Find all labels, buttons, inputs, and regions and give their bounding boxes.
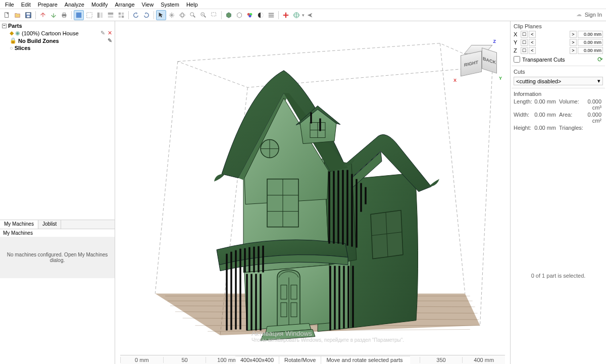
view-mode-2-button[interactable] [84, 10, 94, 20]
left-panel: − Parts ◆ ◉ (100%) Cartoon House ✎ ✕ 🔒 N… [0, 21, 115, 364]
render-solid-button[interactable] [224, 10, 234, 20]
collapse-icon[interactable]: − [2, 24, 7, 28]
machines-header: My Machines [0, 229, 115, 237]
orbit-tool-button[interactable] [177, 10, 187, 20]
view-mode-4-button[interactable] [106, 10, 116, 20]
tree-item-nobuild[interactable]: 🔒 No Build Zones ✎ [1, 37, 114, 44]
menu-view[interactable]: View [139, 1, 157, 8]
menu-prepare[interactable]: Prepare [35, 1, 61, 8]
status-bar: 400x400x400 Rotate/Move Move and rotate … [235, 356, 410, 364]
tree-item-slices[interactable]: ○ Slices [1, 44, 114, 51]
machines-empty-message: No machines configured. Open My Machines… [0, 237, 115, 278]
cloud-icon: ☁ [576, 11, 582, 18]
clip-y-input[interactable] [578, 39, 603, 46]
clip-planes-title: Clip Planes [512, 22, 605, 30]
export-button[interactable] [48, 10, 59, 20]
svg-rect-7 [76, 12, 82, 18]
view-mode-3-button[interactable] [95, 10, 105, 20]
zoom-fit-button[interactable] [198, 10, 209, 20]
import-button[interactable] [38, 10, 48, 20]
viewcube-right[interactable]: BACK [482, 47, 497, 74]
bottom-tabs: My Machines Joblist [0, 220, 115, 229]
svg-line-20 [193, 15, 195, 17]
edit-icon[interactable]: ✎ [107, 38, 113, 44]
send-button[interactable] [305, 10, 315, 20]
svg-line-22 [204, 15, 206, 17]
part-color-icon: ◆ [10, 30, 14, 36]
svg-rect-13 [119, 12, 121, 14]
menu-analyze[interactable]: Analyze [62, 1, 87, 8]
clip-y-row: Y ☐ < > [512, 38, 605, 46]
svg-rect-14 [122, 12, 124, 14]
redo-button[interactable] [141, 10, 152, 20]
clip-x-lt[interactable]: < [529, 31, 536, 38]
delete-icon[interactable]: ✕ [107, 30, 113, 36]
svg-rect-29 [269, 13, 274, 14]
menu-help[interactable]: Help [183, 1, 201, 8]
svg-rect-31 [269, 16, 274, 17]
lock-icon: 🔒 [10, 37, 17, 44]
sign-in-area[interactable]: ☁ Sign In [576, 11, 602, 18]
add-button[interactable] [281, 10, 291, 20]
svg-point-18 [181, 12, 183, 18]
tree-item-model[interactable]: ◆ ◉ (100%) Cartoon House ✎ ✕ [1, 29, 114, 37]
tree-nobuild-label: No Build Zones [18, 38, 59, 44]
menu-edit[interactable]: Edit [18, 1, 34, 8]
tab-joblist[interactable]: Joblist [38, 220, 61, 229]
render-wire-button[interactable] [234, 10, 244, 20]
clip-x-toggle[interactable]: ☐ [521, 31, 528, 38]
part-cube-icon: ◉ [15, 30, 20, 36]
status-mode: Rotate/Move [279, 356, 321, 364]
tree-root-parts[interactable]: − Parts [1, 22, 114, 29]
selection-status: 0 of 1 part is selected. [512, 273, 605, 279]
clip-z-gt[interactable]: > [570, 47, 577, 54]
edit-icon[interactable]: ✎ [99, 30, 106, 36]
right-panel: Clip Planes X ☐ < > Y ☐ < > Z ☐ < > Tr [510, 21, 606, 364]
view-mode-1-button[interactable] [74, 10, 84, 20]
globe-button[interactable] [291, 10, 301, 20]
clip-x-gt[interactable]: > [570, 31, 577, 38]
clip-z-lt[interactable]: < [529, 47, 536, 54]
clip-x-row: X ☐ < > [512, 30, 605, 38]
transparent-cuts-checkbox[interactable] [514, 56, 520, 63]
undo-button[interactable] [131, 10, 141, 20]
pan-tool-button[interactable] [167, 10, 177, 20]
print-button[interactable] [59, 10, 69, 20]
clip-x-input[interactable] [578, 31, 603, 38]
render-contrast-button[interactable] [256, 10, 266, 20]
svg-point-27 [248, 15, 251, 17]
tree-root-label: Parts [8, 23, 22, 29]
svg-rect-3 [27, 15, 29, 17]
cuts-dropdown[interactable]: <cutting disabled>▾ [514, 77, 603, 85]
viewcube-front[interactable]: RIGHT [461, 51, 482, 77]
view-mode-5-button[interactable] [116, 10, 126, 20]
clip-y-lt[interactable]: < [529, 39, 536, 46]
open-file-button[interactable] [13, 10, 23, 20]
svg-rect-12 [108, 15, 114, 17]
clip-y-toggle[interactable]: ☐ [521, 39, 528, 46]
view-cube[interactable]: RIGHT BACK [461, 44, 496, 79]
sign-in-link[interactable]: Sign In [585, 12, 602, 18]
new-file-button[interactable] [2, 10, 12, 20]
menu-file[interactable]: File [2, 1, 17, 8]
select-tool-button[interactable] [156, 10, 166, 20]
menu-system[interactable]: System [158, 1, 182, 8]
parts-tree[interactable]: − Parts ◆ ◉ (100%) Cartoon House ✎ ✕ 🔒 N… [0, 21, 115, 220]
save-button[interactable] [23, 10, 33, 20]
tree-slices-label: Slices [15, 45, 31, 51]
menu-arrange[interactable]: Arrange [112, 1, 137, 8]
zoom-tool-button[interactable] [188, 10, 198, 20]
clip-z-toggle[interactable]: ☐ [521, 47, 528, 54]
clip-y-gt[interactable]: > [570, 39, 577, 46]
refresh-icon[interactable]: ⟳ [597, 56, 603, 63]
chevron-down-icon: ▾ [597, 78, 600, 84]
render-layers-button[interactable] [266, 10, 276, 20]
3d-viewport[interactable]: Z Y X RIGHT BACK Активация Windows Чтобы… [115, 21, 510, 364]
clip-z-input[interactable] [578, 47, 603, 54]
tab-machines[interactable]: My Machines [0, 220, 38, 229]
svg-rect-11 [108, 12, 114, 14]
svg-rect-24 [212, 12, 216, 16]
render-color-button[interactable] [245, 10, 255, 20]
zoom-window-button[interactable] [209, 10, 219, 20]
menu-modify[interactable]: Modify [88, 1, 111, 8]
